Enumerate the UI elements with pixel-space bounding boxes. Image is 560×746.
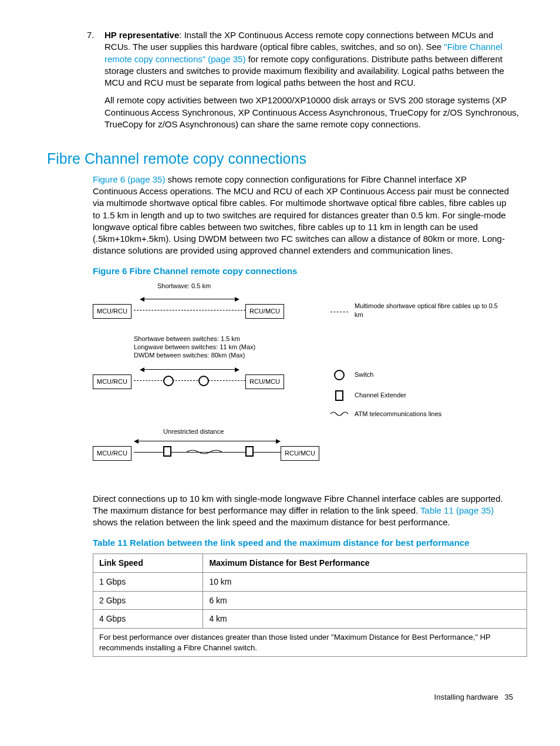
box-mcu-rcu-3: MCU/RCU <box>93 446 131 461</box>
figure-row-1: Shortwave: 0.5 km MCU/RCU RCU/MCU Multim… <box>93 282 515 335</box>
label-between-3: DWDM between switches: 80km (Max) <box>134 351 245 360</box>
list-paragraph-2: All remote copy activities between two X… <box>104 94 519 130</box>
connection-dashed-2 <box>134 380 245 381</box>
label-between-1: Shortwave between switches: 1.5 km <box>134 335 240 343</box>
box-mcu-rcu-2: MCU/RCU <box>93 374 131 389</box>
label-shortwave: Shortwave: 0.5 km <box>157 282 211 291</box>
page-footer: Installing hardware 35 <box>47 692 519 703</box>
arrow-span-3 <box>134 438 281 445</box>
label-unrestricted: Unrestricted distance <box>163 427 224 436</box>
footer-section: Installing hardware <box>434 693 498 701</box>
switch-node-2 <box>198 376 209 386</box>
link-table-11[interactable]: Table 11 (page 35) <box>420 505 494 515</box>
wave-icon <box>328 410 351 417</box>
table-link-speed: Link Speed Maximum Distance for Best Per… <box>93 553 527 657</box>
paragraph-direct-connections: Direct connections up to 10 km with sing… <box>93 493 513 529</box>
circle-icon <box>334 370 345 380</box>
figure-title: Figure 6 Fibre Channel remote copy conne… <box>93 265 519 277</box>
legend-switch: Switch <box>328 370 373 380</box>
table-row: 4 Gbps 4 km <box>93 610 527 629</box>
dash-icon <box>330 312 348 312</box>
figure-6-diagram: Shortwave: 0.5 km MCU/RCU RCU/MCU Multim… <box>93 282 515 481</box>
box-rcu-mcu: RCU/MCU <box>245 304 284 319</box>
section-heading: Fibre Channel remote copy connections <box>47 149 519 169</box>
arrow-span-1 <box>140 296 239 303</box>
extender-node-1 <box>163 446 171 457</box>
atm-wave-icon <box>187 448 222 455</box>
list-body: HP representative: Install the XP Contin… <box>104 29 519 136</box>
list-label: HP representative <box>104 30 179 40</box>
label-between-2: Longwave between switches: 11 km (Max) <box>134 343 255 352</box>
table-title: Table 11 Relation between the link speed… <box>93 537 519 549</box>
footer-page-number: 35 <box>505 693 513 701</box>
section-paragraph: Figure 6 (page 35) shows remote copy con… <box>93 174 513 257</box>
legend-multimode: Multimode shortwave optical fibre cables… <box>328 302 501 319</box>
figure-row-3: Unrestricted distance MCU/RCU RCU/MCU <box>93 423 515 481</box>
legend-extender: Channel Extender <box>328 390 406 401</box>
extender-node-2 <box>245 446 254 457</box>
table-header-row: Link Speed Maximum Distance for Best Per… <box>93 553 527 572</box>
box-mcu-rcu: MCU/RCU <box>93 304 131 319</box>
figure-row-2: Shortwave between switches: 1.5 km Longw… <box>93 335 515 423</box>
table-row: 2 Gbps 6 km <box>93 591 527 610</box>
th-max-distance: Maximum Distance for Best Performance <box>203 553 527 572</box>
switch-node-1 <box>163 376 174 386</box>
link-figure-6[interactable]: Figure 6 (page 35) <box>93 174 165 184</box>
list-item-7: 7. HP representative: Install the XP Con… <box>87 29 519 136</box>
legend-atm: ATM telecommunications lines <box>328 410 441 418</box>
table-row: 1 Gbps 10 km <box>93 572 527 591</box>
box-rcu-mcu-3: RCU/MCU <box>281 446 319 461</box>
arrow-span-2 <box>140 366 239 373</box>
connection-dashed-1 <box>134 310 245 310</box>
list-paragraph-1: HP representative: Install the XP Contin… <box>104 29 519 89</box>
table-note-row: For best performance over distances grea… <box>93 629 527 657</box>
square-icon <box>335 390 343 401</box>
list-number: 7. <box>87 29 104 136</box>
box-rcu-mcu-2: RCU/MCU <box>245 374 284 389</box>
section-body: Figure 6 (page 35) shows remote copy con… <box>93 174 513 257</box>
th-link-speed: Link Speed <box>93 553 203 572</box>
